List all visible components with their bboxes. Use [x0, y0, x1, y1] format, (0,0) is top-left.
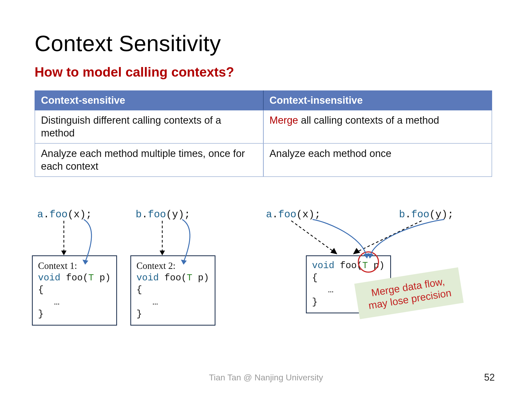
code-box-context1: Context 1: void foo(T p) { … } [32, 255, 117, 326]
table-row: Distinguish different calling contexts o… [35, 110, 492, 143]
code-call-a: a.foo(x); [266, 209, 321, 220]
code-box-context2: Context 2: void foo(T p) { … } [130, 255, 215, 326]
svg-marker-7 [353, 248, 360, 254]
svg-marker-4 [160, 251, 165, 255]
table-header: Context-insensitive [263, 91, 492, 110]
slide-subtitle: How to model calling contexts? [35, 64, 497, 80]
table-cell: Analyze each method once [263, 143, 492, 177]
highlight-circle-icon [358, 251, 379, 273]
code-text: p [94, 273, 105, 283]
ellipsis: … [38, 296, 111, 309]
slide-title: Context Sensitivity [35, 31, 497, 56]
diagram-area: a.foo(x); b.foo(y); Context 1: void foo(… [35, 207, 497, 335]
code-call-b: b.foo(y); [399, 209, 454, 220]
footer-text: Tian Tan @ Nanjing University [0, 373, 532, 383]
type-t: T [88, 273, 94, 283]
table-cell-text: all calling contexts of a method [298, 115, 439, 126]
comparison-table: Context-sensitive Context-insensitive Di… [35, 90, 492, 177]
kw-void: void [38, 273, 60, 283]
context-label: Context 1: [38, 260, 111, 272]
code-text: p [192, 273, 203, 283]
type-t: T [187, 273, 192, 283]
code-text: foo( [159, 273, 187, 283]
code-call-b: b.foo(y); [136, 209, 190, 220]
table-cell: Merge all calling contexts of a method [263, 110, 492, 143]
code-text: } [136, 308, 209, 321]
code-call-a: a.foo(x); [37, 209, 92, 220]
svg-marker-1 [61, 251, 66, 255]
table-row: Analyze each method multiple times, once… [35, 143, 492, 177]
table-cell: Analyze each method multiple times, once… [35, 143, 263, 177]
kw-void: void [312, 260, 334, 271]
ellipsis: … [136, 296, 209, 309]
highlight-text: Merge [269, 115, 298, 126]
table-header: Context-sensitive [35, 91, 263, 110]
page-number: 52 [484, 372, 495, 383]
svg-marker-6 [330, 248, 337, 254]
table-header-row: Context-sensitive Context-insensitive [35, 91, 492, 110]
context-label: Context 2: [136, 260, 209, 272]
table-cell: Distinguish different calling contexts o… [35, 110, 263, 143]
kw-void: void [136, 273, 159, 283]
code-text: } [38, 308, 111, 321]
code-text: foo( [60, 273, 88, 283]
